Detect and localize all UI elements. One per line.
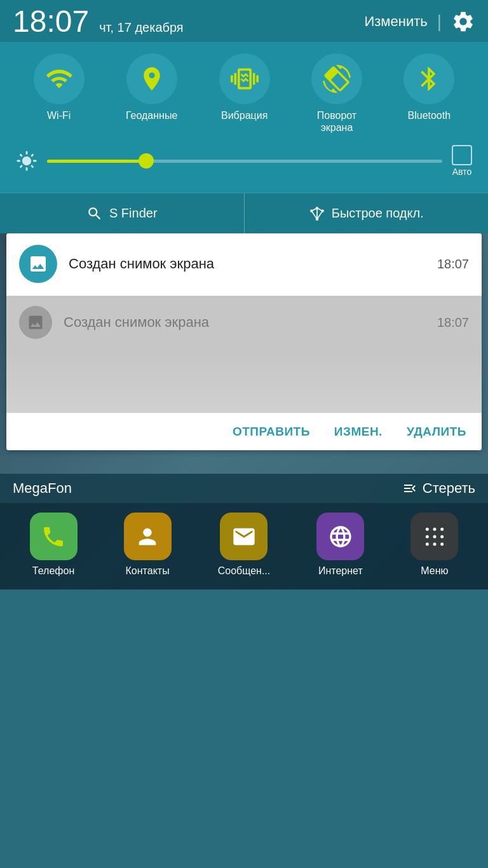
edit-button[interactable]: ИЗМЕН. xyxy=(332,420,385,444)
clear-label: Стереть xyxy=(423,480,475,497)
svg-point-14 xyxy=(440,535,444,538)
svg-point-16 xyxy=(433,542,436,546)
notification-main[interactable]: Создан снимок экрана 18:07 xyxy=(6,233,482,294)
brightness-slider[interactable] xyxy=(47,160,442,163)
background-area: Создан снимок экрана 18:07 Создан снимок… xyxy=(0,233,488,589)
svg-line-7 xyxy=(317,211,323,219)
wifi-label: Wi-Fi xyxy=(47,109,71,121)
dock-messages[interactable]: Сообщен... xyxy=(218,513,271,577)
brightness-auto-label: Авто xyxy=(452,167,472,177)
svg-line-6 xyxy=(311,211,317,219)
dock-contacts[interactable]: Контакты xyxy=(124,513,172,577)
dock-menu[interactable]: Меню xyxy=(410,513,458,577)
quick-connect-label: Быстрое подкл. xyxy=(332,206,424,221)
svg-point-12 xyxy=(426,535,429,538)
quick-icon-rotate[interactable]: Поворотэкрана xyxy=(311,53,362,134)
menu-label: Меню xyxy=(421,565,448,577)
quick-connect-icon xyxy=(309,205,325,222)
quick-icon-wifi[interactable]: Wi-Fi xyxy=(34,53,85,121)
search-icon xyxy=(86,205,103,222)
notification-card: Создан снимок экрана 18:07 Создан снимок… xyxy=(6,233,482,450)
dock-phone[interactable]: Телефон xyxy=(30,513,78,577)
quick-icon-bluetooth[interactable]: Bluetooth xyxy=(403,53,454,121)
messages-label: Сообщен... xyxy=(218,565,271,577)
settings-icon[interactable] xyxy=(451,10,475,34)
quick-settings-panel: Wi-Fi Геоданные Вибрация xyxy=(0,42,488,193)
notification-second: Создан снимок экрана 18:07 xyxy=(6,296,482,349)
notification-blurred xyxy=(6,349,482,413)
finder-row: S Finder Быстрое подкл. xyxy=(0,193,488,233)
status-time: 18:07 xyxy=(13,6,89,37)
bottom-area: MegaFon Стереть Телефон xyxy=(0,474,488,589)
notification-time: 18:07 xyxy=(437,257,469,272)
notification-second-time: 18:07 xyxy=(437,315,469,330)
megafon-bar: MegaFon Стереть xyxy=(0,474,488,503)
svg-point-17 xyxy=(440,542,444,546)
delete-button[interactable]: УДАЛИТЬ xyxy=(404,420,469,444)
notification-icon xyxy=(19,245,57,283)
dock-internet[interactable]: Интернет xyxy=(316,513,364,577)
internet-label: Интернет xyxy=(318,565,363,577)
vibration-label: Вибрация xyxy=(221,109,268,121)
svg-point-10 xyxy=(433,528,436,531)
send-button[interactable]: ОТПРАВИТЬ xyxy=(230,420,313,444)
bluetooth-label: Bluetooth xyxy=(408,109,451,121)
brightness-auto[interactable]: Авто xyxy=(452,145,472,177)
carrier-label: MegaFon xyxy=(13,480,72,497)
phone-label: Телефон xyxy=(32,565,74,577)
quick-icon-geo[interactable]: Геоданные xyxy=(126,53,177,121)
brightness-row: Авто xyxy=(13,140,475,186)
svg-point-9 xyxy=(426,528,429,531)
quick-icons-row: Wi-Fi Геоданные Вибрация xyxy=(13,53,475,134)
sfinder-label: S Finder xyxy=(109,206,158,221)
status-bar: 18:07 чт, 17 декабря Изменить | xyxy=(0,0,488,42)
status-date: чт, 17 декабря xyxy=(99,20,184,35)
svg-point-13 xyxy=(433,535,436,538)
notification-actions: ОТПРАВИТЬ ИЗМЕН. УДАЛИТЬ xyxy=(6,413,482,450)
sfinder-button[interactable]: S Finder xyxy=(0,193,245,233)
geo-label: Геоданные xyxy=(126,109,177,121)
svg-point-15 xyxy=(426,542,429,546)
notification-second-icon xyxy=(19,306,52,339)
svg-line-4 xyxy=(311,208,317,210)
contacts-label: Контакты xyxy=(126,565,170,577)
svg-point-11 xyxy=(440,528,444,531)
change-button[interactable]: Изменить xyxy=(364,13,427,30)
quick-icon-vibration[interactable]: Вибрация xyxy=(219,53,270,121)
rotate-label: Поворотэкрана xyxy=(317,109,356,134)
brightness-icon xyxy=(16,150,37,172)
svg-line-5 xyxy=(317,208,323,210)
clear-icon xyxy=(402,481,417,496)
app-dock: Телефон Контакты Сообщен... xyxy=(0,503,488,589)
notification-second-title: Создан снимок экрана xyxy=(64,314,426,331)
quick-connect-button[interactable]: Быстрое подкл. xyxy=(245,193,489,233)
clear-button[interactable]: Стереть xyxy=(402,480,475,497)
notification-title: Создан снимок экрана xyxy=(69,256,214,272)
